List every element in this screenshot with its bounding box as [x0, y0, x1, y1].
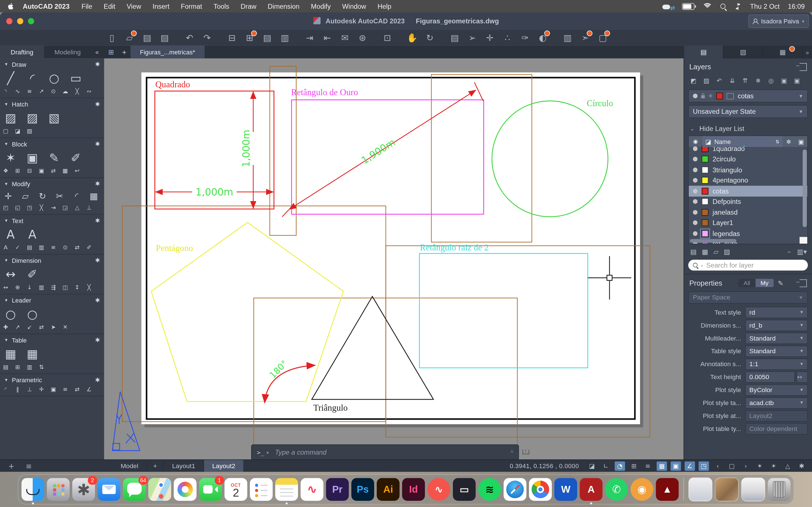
vertical-scrollbar[interactable] — [803, 150, 807, 227]
dock-app-mail[interactable] — [98, 478, 120, 501]
dock-app-chrome[interactable] — [529, 478, 552, 501]
zoom-window-icon[interactable]: ⊡ — [382, 32, 393, 43]
command-input[interactable]: Type a command — [275, 448, 326, 456]
menu-item-help[interactable]: Help — [372, 2, 397, 10]
save-to-web-icon[interactable]: ⊛ — [357, 32, 368, 43]
set-base-point-icon[interactable]: ▣ — [38, 168, 45, 175]
layer-color-swatch[interactable] — [702, 156, 709, 163]
copy-icon[interactable]: ▱ — [19, 190, 32, 202]
tab-layout1[interactable]: Layout1 — [164, 460, 204, 472]
section-header-parametric[interactable]: ▼Parametric✱ — [0, 374, 104, 385]
attach-reference-icon[interactable]: ✉ — [339, 32, 350, 43]
section-header-table[interactable]: ▼Table✱ — [0, 334, 104, 345]
leader-align-icon[interactable]: ↙ — [26, 324, 33, 331]
doc-grid-icon[interactable]: ⊞ — [104, 46, 118, 59]
auto-constrain-icon[interactable]: ⇄ — [73, 386, 81, 393]
menu-item-modify[interactable]: Modify — [305, 2, 337, 10]
text-update-icon[interactable]: ⇄ — [73, 244, 81, 251]
lineweight-display-icon[interactable]: ◳ — [699, 461, 709, 470]
parallel-constraint-icon[interactable]: ‖ — [14, 386, 21, 393]
palette-menu-icon[interactable]: ≡ — [26, 462, 32, 470]
array-icon[interactable]: ▦ — [87, 190, 100, 202]
current-layer-selector[interactable]: ❄ cotas ▼ — [688, 90, 808, 103]
text-justify-icon[interactable]: ≡ — [50, 244, 57, 251]
dock-app-messages[interactable]: 64 — [123, 478, 146, 501]
erase-icon[interactable]: ⊥ — [86, 205, 93, 212]
layer-color-swatch[interactable] — [702, 187, 709, 194]
layer-color-swatch[interactable] — [702, 198, 709, 205]
gear-icon[interactable]: ✱ — [95, 180, 100, 187]
collapse-triangle-icon[interactable]: ▼ — [4, 258, 8, 263]
layer-on-dot[interactable] — [693, 168, 698, 172]
menu-time[interactable]: 16:09 — [788, 2, 805, 10]
menu-date[interactable]: Thu 2 Oct — [750, 2, 779, 10]
object-snap-icon[interactable]: ▣ — [671, 461, 681, 470]
text-edit-icon[interactable]: A — [24, 226, 41, 242]
palette-collapse-button[interactable]: « — [91, 46, 103, 59]
ray-icon[interactable]: ↗ — [38, 88, 45, 95]
rotate-icon[interactable]: ↻ — [36, 190, 49, 202]
mtext-icon[interactable]: A — [2, 226, 19, 242]
find-text-icon[interactable]: ⊙ — [62, 244, 69, 251]
new-file-icon[interactable]: ▯ — [106, 32, 117, 43]
layer-row-janelasd[interactable]: janelasd — [689, 207, 808, 218]
join-icon[interactable]: ⇥ — [50, 205, 57, 212]
collapse-triangle-icon[interactable]: ▼ — [4, 62, 8, 67]
layer-state-dropdown[interactable]: Unsaved Layer State ▼ — [688, 105, 808, 118]
annotation-scale-icon[interactable]: △ — [782, 461, 793, 470]
layer-unisolate-icon[interactable]: ⇈ — [740, 76, 751, 86]
pan-icon[interactable]: ✋ — [407, 32, 418, 43]
hide-layer-list-toggle[interactable]: ⌄ Hide Layer List — [684, 121, 812, 135]
multileader-edit-icon[interactable]: ○ — [24, 306, 41, 322]
dock-app-launchpad[interactable] — [47, 478, 70, 501]
edit-properties-icon[interactable]: ✎ — [778, 279, 783, 287]
layer-color-swatch[interactable] — [702, 166, 709, 173]
dock-app-dark-utility[interactable]: ▭ — [453, 478, 476, 501]
section-header-hatch[interactable]: ▼Hatch✱ — [0, 98, 104, 109]
batch-plot-icon[interactable]: ⊞ — [244, 32, 255, 43]
gear-icon[interactable]: ✱ — [95, 61, 100, 68]
unlock-layer-icon[interactable]: ▣ — [792, 76, 802, 86]
text-style-icon[interactable]: ▤ — [26, 244, 33, 251]
perpendicular-constraint-icon[interactable]: ⊥ — [26, 386, 33, 393]
orbit-icon[interactable]: ↻ — [424, 32, 435, 43]
layer-isolate-icon[interactable]: ⇊ — [727, 76, 738, 86]
new-layer-bottom-icon[interactable]: ▤ — [690, 248, 697, 256]
single-line-text-icon[interactable]: A — [2, 244, 9, 251]
dock-app-premiere[interactable]: Pr — [326, 478, 349, 501]
save-as-icon[interactable]: ▤ — [159, 32, 170, 43]
spline-icon[interactable]: ∾ — [86, 88, 93, 95]
open-file-icon[interactable]: ▱ — [124, 32, 135, 43]
layer-row-cotas[interactable]: cotas — [689, 186, 808, 196]
import-icon[interactable]: ⇥ — [304, 32, 315, 43]
collapse-triangle-icon[interactable]: ▼ — [4, 102, 8, 107]
define-attribute-icon[interactable]: ❖ — [2, 168, 9, 175]
properties-tool-icon[interactable]: ▤ — [449, 32, 460, 43]
hatch-pick-point-icon[interactable]: ▨ — [24, 110, 41, 126]
attribute-manager-icon[interactable]: ⊞ — [14, 168, 21, 175]
dock-app-music[interactable]: ∿ — [427, 478, 450, 501]
save-icon[interactable]: ▤ — [141, 32, 153, 43]
leader-remove-icon[interactable]: ↗ — [14, 324, 21, 331]
block-create-icon[interactable]: ✶ — [2, 150, 19, 166]
menu-item-window[interactable]: Window — [336, 2, 371, 10]
layer-on-dot[interactable] — [693, 221, 698, 225]
coincident-constraint-icon[interactable]: ✛ — [38, 386, 45, 393]
circle-icon[interactable]: ○ — [46, 70, 63, 86]
layer-color-swatch[interactable] — [702, 177, 709, 184]
layer-color-swatch[interactable] — [702, 219, 709, 226]
stretch-icon[interactable]: ◰ — [2, 205, 9, 212]
drawing-compare-icon[interactable]: ▥ — [562, 32, 573, 43]
menu-item-tools[interactable]: Tools — [208, 2, 235, 10]
section-header-block[interactable]: ▼Block✱ — [0, 138, 104, 149]
next-selection-icon[interactable]: › — [741, 461, 751, 470]
command-history-caret[interactable]: ▾ — [266, 450, 269, 455]
revision-cloud-icon[interactable]: ☁ — [62, 88, 69, 95]
dock-app-facetime[interactable]: 1 — [199, 478, 222, 501]
layer-settings-icon[interactable]: ▨ — [701, 76, 712, 86]
text-height-pick-button[interactable]: ↔ — [797, 371, 808, 383]
hatch-tag-icon[interactable]: ◪ — [14, 128, 21, 135]
text-tools-icon[interactable]: ✐ — [86, 244, 93, 251]
dynamic-input-icon[interactable]: ≡ — [643, 461, 653, 470]
apple-logo-icon[interactable] — [7, 3, 15, 10]
